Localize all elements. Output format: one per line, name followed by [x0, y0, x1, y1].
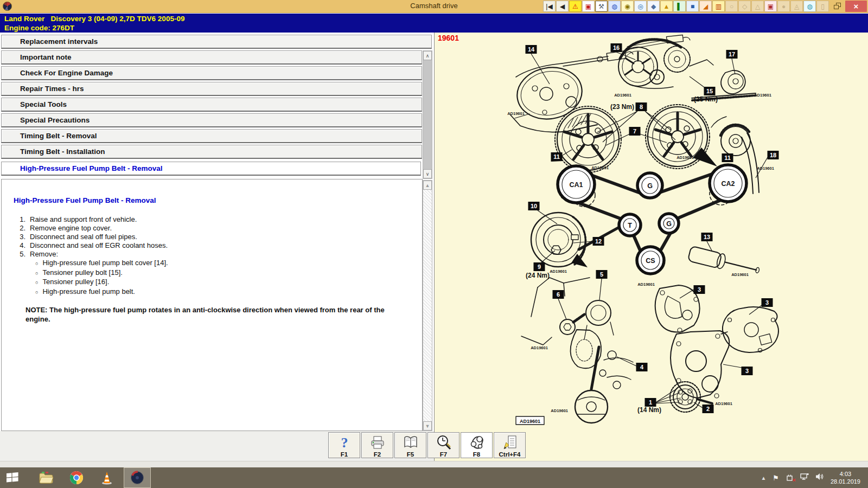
article-heading: High-Pressure Fuel Pump Belt - Removal: [14, 196, 422, 204]
toolbar-button-f8[interactable]: F8: [461, 432, 493, 458]
procedure-sub-bullets: ○High-pressure fuel pump belt cover [14]…: [35, 259, 422, 297]
scroll-up-icon[interactable]: ∧: [423, 51, 432, 60]
scroll-down-icon[interactable]: ∨: [423, 169, 432, 178]
taskbar-chrome[interactable]: [63, 467, 90, 488]
keys-icon[interactable]: ◆: [647, 1, 660, 12]
section-item[interactable]: Timing Belt - Installation: [1, 145, 422, 159]
toolbar-button-ctrl-f4[interactable]: Ctrl+F4: [494, 432, 526, 458]
svg-text:AD19601: AD19601: [520, 419, 540, 424]
vehicle-header: Land Rover Discovery 3 (04-09) 2,7D TDV6…: [0, 14, 868, 33]
section-list-scrollbar[interactable]: ∧ ∨: [423, 50, 432, 179]
restore-window-button[interactable]: [833, 2, 842, 10]
svg-text:5: 5: [600, 271, 603, 278]
section-item[interactable]: Timing Belt - Removal: [1, 129, 422, 143]
taskbar-vlc[interactable]: [93, 467, 120, 488]
svg-text:AD19601: AD19601: [531, 345, 548, 350]
section-item[interactable]: Important note: [1, 50, 422, 65]
svg-text:(23 Nm): (23 Nm): [610, 103, 634, 111]
vehicle-title: Land Rover Discovery 3 (04-09) 2,7D TDV6…: [4, 14, 868, 23]
svg-text:12: 12: [595, 238, 602, 245]
procedure-steps: 1.Raise and support front of vehicle.2.R…: [15, 215, 422, 259]
diagram-callout-4: 4: [636, 363, 648, 371]
scroll-up-icon[interactable]: ▲: [423, 181, 432, 190]
procedure-note: NOTE: The high-pressure fuel pump rotate…: [25, 305, 390, 324]
diagram-callout-12: 12: [593, 237, 604, 246]
svg-text:15: 15: [706, 88, 713, 94]
start-button[interactable]: [0, 467, 25, 488]
autodata-logo-icon: [130, 471, 144, 485]
ramp-icon[interactable]: ▲: [660, 1, 673, 12]
section-item[interactable]: Check For Engine Damage: [1, 66, 422, 80]
svg-text:10: 10: [531, 203, 537, 209]
nav-first-icon[interactable]: |◀: [543, 1, 556, 12]
section-item[interactable]: Special Precautions: [1, 113, 422, 127]
close-window-button[interactable]: ×: [845, 1, 867, 12]
diagram-callout-5: 5: [596, 270, 608, 279]
toolbar-button-label: Ctrl+F4: [499, 451, 521, 458]
clock[interactable]: 4:03 28.01.2019: [831, 470, 860, 485]
svg-text:AD19601: AD19601: [591, 165, 609, 170]
titlebar-toolbar: |◀◀⚠▣⚒◍◉◎◆▲▌■◢▥○◇△▣●◬◍▯: [543, 1, 829, 12]
tray-expand-icon[interactable]: ▲: [761, 475, 766, 481]
procedure-step: 4.Disconnect and seal off EGR coolant ho…: [15, 241, 422, 250]
title-bar: Camshaft drive |◀◀⚠▣⚒◍◉◎◆▲▌■◢▥○◇△▣●◬◍▯ ×: [0, 0, 868, 13]
toolbar-button-f5[interactable]: F5: [394, 432, 426, 458]
svg-text:13: 13: [704, 234, 710, 240]
chrome-icon: [69, 471, 84, 485]
nav-back-icon[interactable]: ◀: [556, 1, 569, 12]
content-scrollbar[interactable]: ▲ ▼: [423, 180, 432, 431]
diagram-callout-9: 9: [534, 262, 545, 271]
taskbar-file-explorer[interactable]: [33, 467, 60, 488]
toolbar-button-label: F5: [407, 451, 414, 458]
procedure-sub-bullet: ○Tensioner pulley [16].: [35, 278, 422, 287]
svg-text:(25 Nm): (25 Nm): [694, 95, 718, 103]
section-item-replacement-intervals[interactable]: Replacement intervals: [1, 35, 432, 49]
svg-text:T: T: [628, 222, 632, 229]
scroll-down-icon[interactable]: ▼: [423, 421, 432, 431]
procedure-step: 5.Remove:: [15, 250, 422, 259]
toolbar-button-f1[interactable]: ?F1: [328, 432, 360, 458]
seat-belt-icon[interactable]: ▣: [764, 1, 777, 12]
svg-text:2: 2: [706, 406, 710, 412]
print-icon: [369, 433, 386, 451]
section-item-selected[interactable]: High-Pressure Fuel Pump Belt - Removal: [1, 162, 421, 176]
svg-text:CA1: CA1: [569, 181, 583, 189]
left-panel: Replacement intervals Important noteChec…: [0, 33, 434, 467]
service-tools-icon[interactable]: ⚒: [595, 1, 608, 12]
status-strip: [0, 461, 868, 467]
windows-logo-icon: [6, 471, 19, 484]
network-icon[interactable]: [800, 473, 809, 483]
wheel-icon[interactable]: ◎: [634, 1, 647, 12]
section-item[interactable]: Repair Times - hrs: [1, 82, 422, 96]
svg-text:AD19601: AD19601: [731, 272, 749, 277]
monitor-icon[interactable]: ▣: [582, 1, 595, 12]
svg-text:AD19601: AD19601: [637, 282, 655, 287]
key-icon[interactable]: ◉: [621, 1, 634, 12]
procedure-step: 2.Remove engine top cover.: [15, 224, 422, 233]
diagram-callout-14: 14: [526, 45, 537, 54]
headrest-icon: △: [751, 1, 764, 12]
lift-icon[interactable]: ▌: [673, 1, 686, 12]
section-item[interactable]: Special Tools: [1, 98, 422, 112]
action-center-flag-icon[interactable]: ⚑: [773, 474, 779, 482]
taskbar-autodata-app[interactable]: [124, 467, 151, 488]
paint-icon[interactable]: ◍: [803, 1, 816, 12]
globe-icon[interactable]: ◍: [608, 1, 621, 12]
toolbar-button-f2[interactable]: F2: [361, 432, 393, 458]
book-icon: [403, 433, 419, 451]
diagnostic-icon[interactable]: ▥: [712, 1, 725, 12]
svg-text:(24 Nm): (24 Nm): [526, 272, 550, 279]
diagram-callout-3: 3: [694, 285, 705, 294]
volume-icon[interactable]: [815, 473, 824, 483]
spray-gun-icon[interactable]: ◢: [699, 1, 712, 12]
warning-icon[interactable]: ⚠: [569, 1, 582, 12]
function-toolbar: ?F1F2F5F7F8Ctrl+F4: [328, 432, 526, 458]
truck-icon[interactable]: ■: [686, 1, 699, 12]
procedure-step: 1.Raise and support front of vehicle.: [15, 215, 422, 224]
mirror-icon: ●: [777, 1, 790, 12]
svg-text:7: 7: [633, 128, 636, 134]
svg-text:(14 Nm): (14 Nm): [637, 406, 661, 414]
screen: Camshaft drive |◀◀⚠▣⚒◍◉◎◆▲▌■◢▥○◇△▣●◬◍▯ ×…: [0, 0, 868, 488]
usb-device-icon[interactable]: ×: [786, 474, 794, 481]
toolbar-button-f7[interactable]: F7: [427, 432, 459, 458]
